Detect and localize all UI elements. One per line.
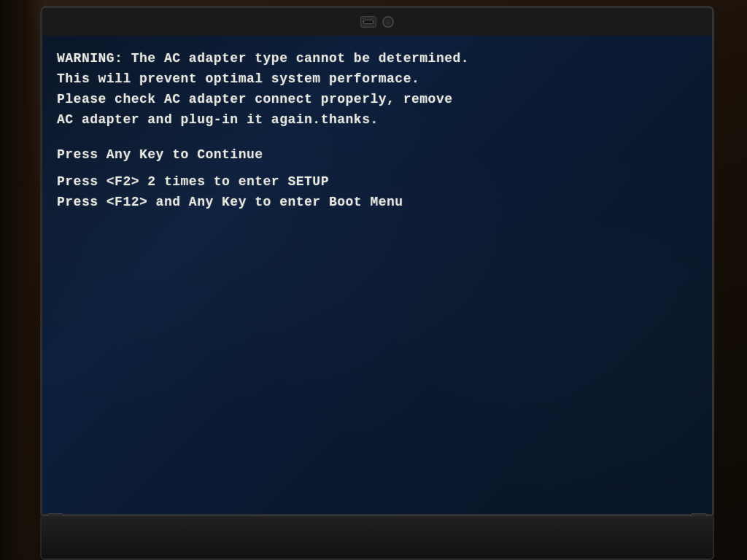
screen-bezel: WARNING: The AC adapter type cannot be d…	[40, 6, 714, 516]
camera-housing	[360, 16, 376, 28]
press-any-key-text: Press Any Key to Continue	[57, 145, 697, 166]
laptop-body: WARNING: The AC adapter type cannot be d…	[0, 0, 747, 560]
press-any-key-block: Press Any Key to Continue	[57, 145, 697, 166]
keys-block: Press <F2> 2 times to enter SETUP Press …	[57, 172, 697, 213]
laptop-bottom-chassis	[40, 516, 714, 560]
warning-block: WARNING: The AC adapter type cannot be d…	[57, 49, 697, 131]
camera-lens	[382, 16, 394, 28]
press-f12-text: Press <F12> and Any Key to enter Boot Me…	[57, 192, 697, 213]
photo-frame: WARNING: The AC adapter type cannot be d…	[0, 0, 747, 560]
bios-line-1: WARNING: The AC adapter type cannot be d…	[57, 49, 697, 69]
bios-line-2: This will prevent optimal system perform…	[57, 69, 697, 90]
edge-shadow	[0, 0, 44, 560]
press-f2-text: Press <F2> 2 times to enter SETUP	[57, 172, 697, 192]
top-bezel	[42, 8, 712, 36]
bios-line-4: AC adapter and plug-in it again.thanks.	[57, 110, 697, 131]
camera-slot	[363, 20, 374, 24]
bios-line-3: Please check AC adapter connect properly…	[57, 90, 697, 110]
bios-screen: WARNING: The AC adapter type cannot be d…	[42, 36, 712, 514]
bios-text-content: WARNING: The AC adapter type cannot be d…	[57, 49, 697, 213]
